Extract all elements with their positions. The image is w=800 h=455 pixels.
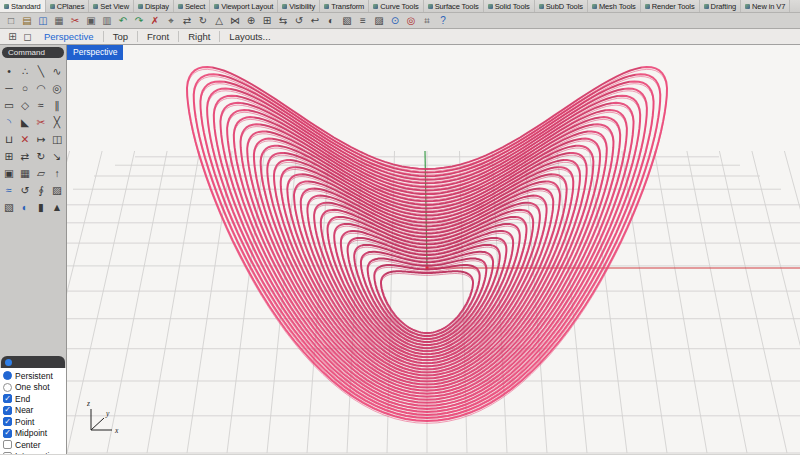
viewport-grid-layout-icon[interactable]: ⊞ [5, 31, 20, 43]
toolbar-tab-standard[interactable]: Standard [0, 0, 46, 12]
help-icon[interactable]: ? [435, 14, 451, 28]
record-history-icon[interactable]: ◎ [403, 14, 419, 28]
scale-icon[interactable]: △ [211, 14, 227, 28]
toolbar-tab-new-in-v7[interactable]: New in V7 [741, 0, 790, 12]
viewport-title-badge[interactable]: Perspective [67, 45, 123, 60]
tool-rectangle-icon[interactable]: ▭ [1, 96, 17, 113]
tool-group-icon[interactable]: ▦ [17, 164, 33, 181]
named-views-icon[interactable]: ▧ [339, 14, 355, 28]
tool-point-icon[interactable]: • [1, 62, 17, 79]
tool-polyline-icon[interactable]: ╲ [33, 62, 49, 79]
toolbar-tab-curve-tools[interactable]: Curve Tools [369, 0, 423, 12]
viewport-canvas[interactable] [67, 45, 800, 454]
osnap-panel-header[interactable] [1, 356, 65, 368]
tool-loft-icon[interactable]: ≈ [1, 181, 17, 198]
tool-point-cloud-icon[interactable]: ∴ [17, 62, 33, 79]
toolbar-tab-mesh-tools[interactable]: Mesh Tools [588, 0, 641, 12]
osnap-checkbox-center[interactable] [3, 440, 12, 449]
tool-move-tool-icon[interactable]: ⇄ [17, 147, 33, 164]
zoom-extents-icon[interactable]: ⊕ [243, 14, 259, 28]
zoom-window-icon[interactable]: ⊞ [259, 14, 275, 28]
tool-revolve-icon[interactable]: ↺ [17, 181, 33, 198]
osnap-checkbox-end[interactable]: ✓ [3, 394, 12, 403]
osnap-checkbox-near[interactable]: ✓ [3, 406, 12, 415]
viewport-tab-perspective[interactable]: Perspective [35, 31, 104, 42]
tool-freeform-icon[interactable]: ≈ [33, 96, 49, 113]
print-icon[interactable]: ▦ [51, 14, 67, 28]
tool-offset-icon[interactable]: ∥ [49, 96, 65, 113]
properties-icon[interactable]: ▨ [371, 14, 387, 28]
delete-icon[interactable]: ✗ [147, 14, 163, 28]
new-file-icon[interactable]: □ [3, 14, 19, 28]
layers-icon[interactable]: ≡ [355, 14, 371, 28]
toolbar-tab-surface-tools[interactable]: Surface Tools [424, 0, 484, 12]
osnap-toggle-icon[interactable]: ⌗ [419, 14, 435, 28]
osnap-radio-one-shot[interactable] [3, 383, 12, 392]
toolbar-tab-render-tools[interactable]: Render Tools [641, 0, 700, 12]
perspective-viewport[interactable]: Perspective z x y [67, 45, 800, 454]
pan-view-icon[interactable]: ⇆ [275, 14, 291, 28]
command-prompt[interactable]: Command [2, 47, 64, 58]
tool-line-icon[interactable]: ─ [1, 79, 17, 96]
toolbar-tab-viewport-layout[interactable]: Viewport Layout [210, 0, 278, 12]
viewport-tab-right[interactable]: Right [179, 31, 220, 42]
tool-surface-plane-icon[interactable]: ▱ [33, 164, 49, 181]
tool-fillet-icon[interactable]: ◝ [1, 113, 17, 130]
viewport-maximize-icon[interactable]: ◻ [20, 31, 35, 43]
tool-box-icon[interactable]: ▧ [1, 198, 17, 215]
rotate-icon[interactable]: ↻ [195, 14, 211, 28]
viewport-tab-layouts[interactable]: Layouts... [220, 31, 279, 42]
select-icon[interactable]: ⌖ [163, 14, 179, 28]
osnap-checkbox-intersection[interactable] [3, 452, 12, 454]
viewport-tab-top[interactable]: Top [104, 31, 138, 42]
move-icon[interactable]: ⇄ [179, 14, 195, 28]
tool-extrude-icon[interactable]: ↑ [49, 164, 65, 181]
save-file-icon[interactable]: ◫ [35, 14, 51, 28]
undo-view-icon[interactable]: ↩ [307, 14, 323, 28]
tool-polygon-icon[interactable]: ◇ [17, 96, 33, 113]
toolbar-tab-cplanes[interactable]: CPlanes [46, 0, 90, 12]
toolbar-tab-set-view[interactable]: Set View [89, 0, 134, 12]
toolbar-tab-visibility[interactable]: Visibility [278, 0, 320, 12]
undo-icon[interactable]: ↶ [115, 14, 131, 28]
tool-trim-icon[interactable]: ✂ [33, 113, 49, 130]
tool-split-icon[interactable]: ╳ [49, 113, 65, 130]
tool-sweep-icon[interactable]: ∮ [33, 181, 49, 198]
toolbar-tab-solid-tools[interactable]: Solid Tools [484, 0, 535, 12]
toolbar-tab-subd-tools[interactable]: SubD Tools [535, 0, 588, 12]
rotate-view-icon[interactable]: ↺ [291, 14, 307, 28]
tool-chamfer-icon[interactable]: ◣ [17, 113, 33, 130]
display-mode-icon[interactable]: ◐ [323, 14, 339, 28]
tool-circle-icon[interactable]: ○ [17, 79, 33, 96]
osnap-checkbox-point[interactable]: ✓ [3, 417, 12, 426]
redo-icon[interactable]: ↷ [131, 14, 147, 28]
tool-scale-tool-icon[interactable]: ↘ [49, 147, 65, 164]
tool-ellipse-icon[interactable]: ◎ [49, 79, 65, 96]
osnap-checkbox-midpoint[interactable]: ✓ [3, 429, 12, 438]
tool-join-icon[interactable]: ⊔ [1, 130, 17, 147]
toolbar-tab-drafting[interactable]: Drafting [700, 0, 741, 12]
toolbar-tab-transform[interactable]: Transform [320, 0, 369, 12]
viewport-tab-front[interactable]: Front [138, 31, 179, 42]
tool-cylinder-icon[interactable]: ▮ [33, 198, 49, 215]
mirror-icon[interactable]: ⋈ [227, 14, 243, 28]
cut-icon[interactable]: ✂ [67, 14, 83, 28]
tool-curve-interpolate-icon[interactable]: ∿ [49, 62, 65, 79]
osnap-radio-persistent[interactable] [3, 371, 12, 380]
tool-arc-icon[interactable]: ◠ [33, 79, 49, 96]
tool-cone-icon[interactable]: ▲ [49, 198, 65, 215]
tool-explode-icon[interactable]: ✕ [17, 130, 33, 147]
tool-patch-icon[interactable]: ▨ [49, 181, 65, 198]
open-file-icon[interactable]: ▤ [19, 14, 35, 28]
paste-icon[interactable]: ▥ [99, 14, 115, 28]
tool-sphere-icon[interactable]: ◐ [17, 198, 33, 215]
toolbar-tab-display[interactable]: Display [134, 0, 174, 12]
gumball-icon[interactable]: ⊙ [387, 14, 403, 28]
tool-rotate-tool-icon[interactable]: ↻ [33, 147, 49, 164]
tool-mirror-tool-icon[interactable]: ◫ [49, 130, 65, 147]
tool-array-icon[interactable]: ⊞ [1, 147, 17, 164]
toolbar-tab-select[interactable]: Select [174, 0, 210, 12]
tool-extend-icon[interactable]: ↦ [33, 130, 49, 147]
tool-copy-tool-icon[interactable]: ▣ [1, 164, 17, 181]
copy-icon[interactable]: ▣ [83, 14, 99, 28]
